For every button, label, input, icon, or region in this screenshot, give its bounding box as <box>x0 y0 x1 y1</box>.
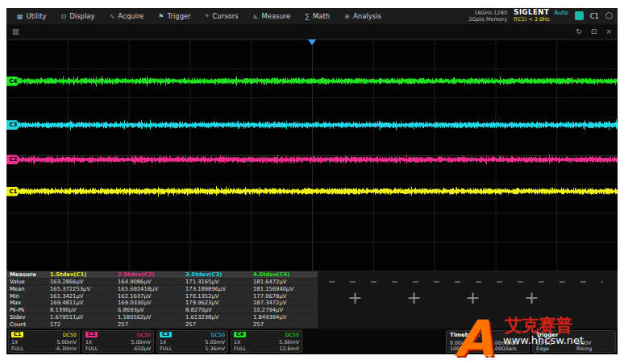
close-icon[interactable]: × <box>605 27 612 35</box>
timebase-rate: 2.00GSa/s <box>490 345 526 351</box>
memory-label: 2Gpts Memory <box>469 16 508 23</box>
trigger-slope: Rising <box>576 345 612 351</box>
measure-row-label: Max <box>6 300 47 308</box>
measurement-slots-area: + + + + <box>318 271 618 329</box>
record-icon[interactable] <box>605 12 613 19</box>
measure-row-label: Stdev <box>6 314 47 321</box>
measure-value: 163.2866µV <box>47 279 114 286</box>
timebase-box[interactable]: Timebase 0.00s 5.00ms/div 100Mpts 2.00GS… <box>446 330 530 353</box>
measurement-table: Measure 1.Stdev(C1) 2.Stdev(C2) 3.Stdev(… <box>6 271 318 329</box>
add-measurement-button[interactable]: + <box>465 289 480 307</box>
measure-value: 6.8693µV <box>114 307 182 314</box>
measure-value: 161.3421µV <box>47 293 114 300</box>
add-measurement-button[interactable]: + <box>347 289 362 307</box>
menu-item-trigger[interactable]: ⚑ Trigger <box>151 8 198 24</box>
trigger-position-marker[interactable] <box>308 39 316 45</box>
channel-status-c2[interactable]: C2 DC50 1X 5.00mV FULL -650µV <box>82 330 154 353</box>
channel-scale: 5.00mV <box>280 339 299 345</box>
measure-value: 257 <box>182 321 250 329</box>
measure-value: 8.1390µV <box>47 307 114 314</box>
measure-icon: ⊾ <box>253 13 259 20</box>
menu-bar: ▦ Utility ⊡ Display ∿ Acquire ⚑ Trigger … <box>6 8 618 24</box>
menu-label: Analysis <box>353 12 381 20</box>
measure-row-label: Pk-Pk <box>6 307 47 314</box>
trigger-icon: ⚑ <box>158 13 164 20</box>
timebase-title: Timebase <box>450 332 526 338</box>
trigger-status-badge: Auto <box>554 10 568 17</box>
menu-label: Math <box>313 12 330 20</box>
oscilloscope-screen: ▦ Utility ⊡ Display ∿ Acquire ⚑ Trigger … <box>6 8 618 354</box>
channel-bw-mode: FULL <box>234 345 246 351</box>
measure-value: 1.613238µV <box>182 314 250 321</box>
measure-value: 187.3472µV <box>250 300 318 308</box>
channel-probe: 1X <box>11 339 18 345</box>
channel-bw-mode: FULL <box>160 345 172 351</box>
trigger-box[interactable]: Trigger C1 DC 0.00V Edge Rising <box>532 330 616 353</box>
channel-bw-mode: FULL <box>85 345 98 351</box>
measure-row-label: Value <box>6 279 47 286</box>
add-measurement-button[interactable]: + <box>524 289 539 307</box>
menu-label: Cursors <box>212 12 238 20</box>
channel-offset: -650µV <box>132 345 151 351</box>
menu-item-math[interactable]: ∑ Math <box>298 8 338 24</box>
channel-coupling: DC50 <box>63 332 77 337</box>
trigger-source-label[interactable]: C1 <box>590 12 599 20</box>
channel-coupling: DC50 <box>137 332 151 337</box>
measure-value: 1.679511µV <box>47 314 114 321</box>
channel-status-c3[interactable]: C3 DC50 1X 5.00mV FULL 5.36mV <box>156 330 228 353</box>
measure-row-label: Min <box>6 293 47 300</box>
measure-value: 169.4811µV <box>47 300 114 308</box>
measure-value: 181.156940µV <box>250 286 318 293</box>
display-icon: ⊡ <box>61 13 67 20</box>
measure-value: 170.1352µV <box>182 293 250 300</box>
channel-scale: 5.00mV <box>131 339 151 345</box>
measure-value: 8.8270µV <box>182 307 250 314</box>
measure-value: 1.849394µV <box>250 314 318 321</box>
channel-chip: C2 <box>85 332 98 337</box>
menu-item-utility[interactable]: ▦ Utility <box>10 8 54 24</box>
measure-value: 257 <box>114 321 182 329</box>
history-icon[interactable]: ↻ <box>576 27 582 35</box>
menu-item-measure[interactable]: ⊾ Measure <box>246 8 298 24</box>
measure-value: 177.0678µV <box>250 293 318 300</box>
menu-item-acquire[interactable]: ∿ Acquire <box>102 8 152 24</box>
measure-value: 165.372253µV <box>47 286 114 293</box>
channel-scale: 5.00mV <box>206 339 225 345</box>
channel-probe: 1X <box>85 339 92 345</box>
bandwidth-label: 16GHz-12Bit <box>469 10 508 16</box>
measure-corner-label: Measure <box>6 271 47 279</box>
add-measurement-button[interactable]: + <box>406 289 421 307</box>
measure-col-header: 3.Stdev(C3) <box>182 271 250 279</box>
channel-offset: 5.36mV <box>206 345 225 351</box>
measure-col-header: 4.Stdev(C4) <box>250 271 318 279</box>
channel-chip: C1 <box>11 332 23 337</box>
menu-label: Utility <box>27 12 47 20</box>
channel-status-c4[interactable]: C4 DC50 1X 5.00mV FULL 12.6mV <box>231 330 302 353</box>
channel-offset: 12.6mV <box>280 345 299 351</box>
touch-indicator-icon[interactable] <box>575 11 584 20</box>
channel-offset: -6.30mV <box>55 345 77 351</box>
utility-icon: ▦ <box>17 13 23 20</box>
measure-value: 164.9086µV <box>114 279 182 286</box>
timebase-points: 100Mpts <box>450 345 485 351</box>
channel-status-c1[interactable]: C1 DC50 1X 5.00mV FULL -6.30mV <box>8 330 80 353</box>
empty-slot-ticks <box>329 281 603 283</box>
measure-value: 257 <box>250 321 318 329</box>
trigger-source-coupling: C1 DC <box>536 340 572 345</box>
menu-label: Display <box>69 12 94 20</box>
channel-bw-mode: FULL <box>11 345 23 351</box>
menu-item-analysis[interactable]: ≋ Analysis <box>337 8 389 24</box>
measure-value: 169.0330µV <box>114 300 182 308</box>
measure-value: 179.9623µV <box>182 300 250 308</box>
menu-item-display[interactable]: ⊡ Display <box>54 8 102 24</box>
measure-row-label: Mean <box>6 286 47 293</box>
fullscreen-icon[interactable]: ⊡ <box>591 27 597 35</box>
menu-item-cursors[interactable]: ⌖ Cursors <box>198 8 246 24</box>
trigger-level: 0.00V <box>576 340 612 345</box>
measure-value: 1.180562µV <box>114 314 182 321</box>
display-mode-icon[interactable]: ▥ <box>12 27 19 35</box>
watermark-logo-text: CCEXP <box>469 354 492 361</box>
channel-probe: 1X <box>160 339 166 345</box>
channel-coupling: DC50 <box>211 332 225 337</box>
channel-chip: C3 <box>160 332 172 337</box>
